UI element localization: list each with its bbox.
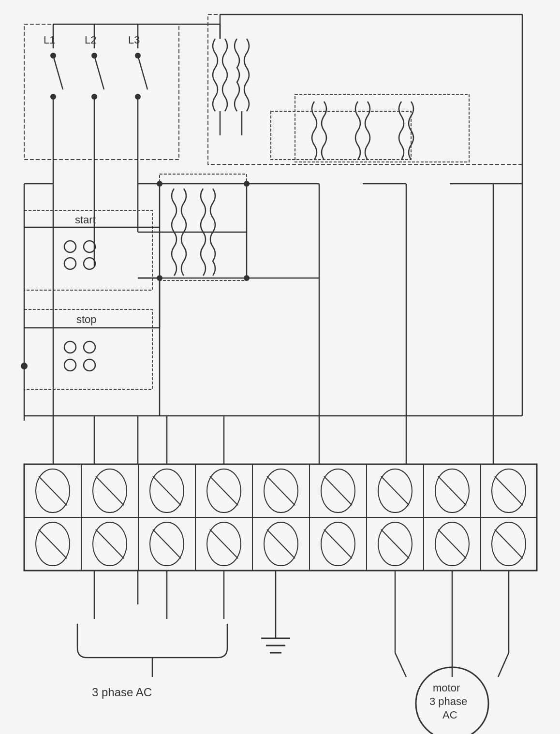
circuit-diagram: L1 L2 L3 [0,0,560,734]
l2-label: L2 [85,34,96,46]
motor-label-line2: 3 phase [429,695,467,707]
three-phase-ac-label: 3 phase AC [92,686,152,699]
start-label: start [75,214,96,226]
svg-point-51 [21,363,28,369]
l1-label: L1 [44,34,55,46]
motor-label-line1: motor [433,682,460,694]
stop-label: stop [76,313,97,325]
motor-label-line3: AC [442,709,457,721]
l3-label: L3 [128,34,140,46]
